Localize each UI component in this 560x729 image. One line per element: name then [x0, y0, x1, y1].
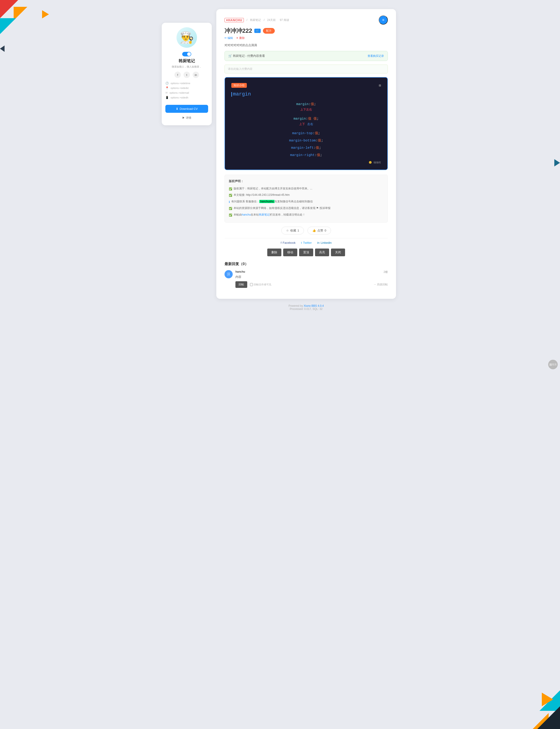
close-btn[interactable]: 关闭 [331, 249, 345, 256]
paid-box-link[interactable]: 查看购买记录 [368, 54, 384, 58]
download-icon: ⬇ [176, 107, 178, 111]
details-link[interactable]: ▶ 详情 [182, 116, 191, 120]
author-link[interactable]: hanchu [242, 213, 251, 216]
sidebar-info-location: 📍 options->sidediz [165, 86, 208, 90]
post-description: 对对对对对对的点点滴滴 [225, 43, 388, 47]
sidebar-title: 韩厨笔记 [179, 58, 195, 64]
collect-button[interactable]: ☆ 收藏 1 [281, 227, 304, 235]
cr-text-5: 本帖由hanchu在本站韩厨笔记栏目发布，转载请注明出处！ [234, 212, 305, 217]
collect-icon: ☆ [286, 229, 289, 232]
sidebar-info-list: 🕐 options->sidetime 📍 options->sidediz ✉… [165, 82, 208, 101]
side-float-label: 生活 [552, 363, 557, 366]
sidebar-email-text: options->sidemail [169, 91, 189, 94]
sidebar-toggle[interactable] [182, 52, 191, 56]
reply-button[interactable]: 回帖 [235, 281, 247, 288]
paid-box-label: 🛒 韩厨笔记 - 付费内容查看 [228, 54, 265, 58]
deco-triangle-teal [0, 18, 16, 34]
footer-processed: Processed: 0.017, SQL: 32 [216, 308, 396, 311]
collect-label: 收藏 [290, 229, 296, 233]
code-box-header: 知识小结 ⊞ [231, 83, 381, 88]
delete-manage-btn[interactable]: 删除 [267, 249, 281, 256]
comments-section: 最新回复（0） 汉 hanchu 2楼 内容 回帖 回帖 [225, 262, 388, 288]
sidebar-location-text: options->sidediz [171, 87, 189, 89]
cr-text-3: 有问题联系 客服微信：hanchushu先复制微信号再点击碰转到微信 [231, 199, 313, 204]
share-linkedin[interactable]: in Linkedin [317, 241, 332, 245]
comment-item: 汉 hanchu 2楼 内容 回帖 回帖仅作者可见 [225, 270, 388, 288]
move-btn[interactable]: 移动 [283, 249, 297, 256]
comment-body: hanchu 2楼 内容 回帖 回帖仅作者可见 → 高级回帖 [235, 270, 388, 288]
cr-text-2: 本文链接: http://144.48.243.115/thread-45.ht… [234, 192, 290, 198]
footer-brand[interactable]: Xiuno BBS 4.0.4 [304, 304, 324, 308]
code-footer-brand: 😊 编编程 [369, 161, 381, 164]
action-row: ☆ 收藏 1 👍 点赞 0 [225, 227, 388, 235]
code-line-5: margin-left:值; [231, 145, 381, 151]
download-cv-button[interactable]: ⬇ Download CV [165, 105, 208, 113]
footer: Powered by Xiuno BBS 4.0.4 Processed: 0.… [216, 299, 396, 314]
linkedin-share-icon: in [317, 241, 320, 245]
hamburger-button[interactable]: ≡ [379, 15, 388, 25]
delete-button[interactable]: ✕ 删除 [236, 36, 245, 40]
code-box: 知识小结 ⊞ margin margin:值; 上下左右 margin:值 值; [225, 77, 388, 170]
header-meta-time: 24天前 [267, 18, 276, 22]
highlight-btn[interactable]: 高亮 [315, 249, 329, 256]
site-link[interactable]: 韩厨笔记 [259, 213, 270, 216]
copyright-item-5: ✅ 本帖由hanchu在本站韩厨笔记栏目发布，转载请注明出处！ [229, 212, 383, 218]
copyright-item-4: ✅ 本站的资源部分来源于网络，如有侵权反违法违规信息，请访客发现 ⚑ 投诉举报 [229, 206, 383, 211]
code-box-brand: 知识小结 [231, 83, 247, 88]
hanchu-logo: ♥HANCHU [225, 18, 244, 22]
check-icon-4: ✅ [229, 213, 232, 218]
main-content: ♥HANCHU / 韩厨笔记 / 24天前 97 阅读 ≡ 冲冲冲222 🛒 配… [216, 9, 396, 314]
code-title: margin [231, 91, 381, 97]
brand-logo-area: ♥HANCHU / 韩厨笔记 / 24天前 97 阅读 [225, 18, 289, 22]
code-line-6: margin-right:值; [231, 153, 381, 158]
recipe-button[interactable]: 配方 [263, 28, 275, 34]
info-icon: ℹ [229, 200, 230, 205]
like-count: 0 [325, 229, 326, 232]
comment-author: hanchu [235, 270, 245, 274]
twitter-share-icon: t [301, 241, 302, 245]
separator2: / [264, 18, 264, 22]
main-card: ♥HANCHU / 韩厨笔记 / 24天前 97 阅读 ≡ 冲冲冲222 🛒 配… [216, 9, 396, 299]
share-twitter[interactable]: t Twitter [301, 241, 312, 245]
location-icon: 📍 [165, 86, 169, 90]
post-title-text: 冲冲冲222 [225, 27, 252, 35]
only-author-checkbox[interactable] [250, 283, 253, 286]
code-line-1: margin:值; 上下左右 [231, 102, 381, 113]
code-cursor [231, 92, 232, 97]
facebook-share-label: Facebook [283, 241, 296, 245]
twitter-icon[interactable]: t [184, 72, 190, 78]
avatar: 👨‍🍳 [177, 27, 197, 48]
mail-icon: ✉ [165, 91, 168, 94]
header-meta-notebooks: 韩厨笔记 [250, 18, 261, 22]
sidebar-info-phone: 📱 options->sidedh [165, 96, 208, 99]
edit-button[interactable]: ✏ 编辑 [225, 36, 233, 40]
share-row: f Facebook t Twitter in Linkedin [225, 241, 388, 245]
cart-icon[interactable]: 🛒 [254, 29, 261, 33]
deco-br-dark [537, 706, 560, 729]
linkedin-share-label: Linkedin [321, 241, 332, 245]
share-facebook[interactable]: f Facebook [281, 241, 296, 245]
hamburger-icon: ≡ [382, 18, 384, 22]
paid-input-area[interactable]: 请在此输入付费内容 [225, 65, 388, 73]
sidebar-bio: 微菜如微人，微人如微菜， [171, 65, 203, 68]
footer-powered: Powered by Xiuno BBS 4.0.4 [216, 304, 396, 308]
check-icon-2: ✅ [229, 193, 232, 198]
pin-btn[interactable]: 置顶 [299, 249, 313, 256]
avatar-chef-icon: 👨‍🍳 [180, 32, 194, 43]
linkedin-icon[interactable]: in [193, 72, 199, 78]
copyright-title: 版权声明： [229, 179, 383, 184]
cr-text-4: 本站的资源部分来源于网络，如有侵权反违法违规信息，请访客发现 ⚑ 投诉举报 [234, 206, 330, 211]
code-line-4: margin-bottom:值; [231, 138, 381, 144]
sidebar-phone-text: options->sidedh [171, 96, 188, 99]
advanced-reply-link[interactable]: → 高级回帖 [373, 283, 388, 287]
code-footer: 😊 编编程 [231, 161, 381, 164]
facebook-icon[interactable]: f [174, 72, 181, 78]
side-float-panel: ⊞ 生活 [548, 360, 558, 369]
like-button[interactable]: 👍 点赞 0 [308, 227, 331, 235]
sidebar-info-email: ✉ options->sidemail [165, 91, 208, 94]
apps-icon: ⊞ [549, 363, 552, 366]
deco-left-arrow [0, 45, 5, 52]
side-float-button[interactable]: ⊞ 生活 [548, 360, 558, 369]
header-meta-reads: 97 阅读 [280, 18, 289, 22]
post-title: 冲冲冲222 🛒 配方 [225, 27, 388, 35]
